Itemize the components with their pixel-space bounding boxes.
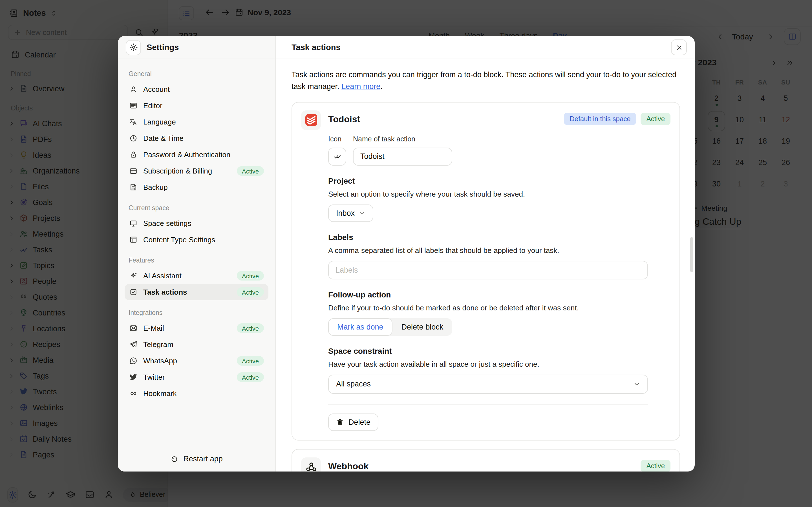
settings-nav-item-date-time[interactable]: Date & Time [124, 130, 268, 147]
creditcard-icon [129, 167, 138, 175]
nav-item-label: AI Assistant [143, 272, 182, 280]
active-badge: Active [237, 166, 264, 176]
checkbox-icon [129, 288, 138, 296]
nav-item-label: Task actions [143, 288, 187, 296]
settings-nav-item-whatsapp[interactable]: WhatsAppActive [124, 353, 268, 369]
space-description: Have your task action available in all s… [328, 360, 648, 368]
project-description: Select an option to specify where your t… [328, 189, 648, 198]
active-badge: Active [237, 287, 264, 297]
section-label: Features [129, 257, 264, 264]
todoist-logo [301, 110, 321, 130]
section-label: General [129, 70, 264, 77]
close-icon [675, 44, 682, 51]
delete-button[interactable]: Delete [328, 413, 378, 431]
nav-item-label: Account [143, 85, 170, 94]
followup-description: Define if your to-do should be marked as… [328, 303, 648, 312]
settings-content: Task actions Task actions are commands y… [276, 36, 695, 471]
settings-gear-icon [126, 40, 141, 55]
learn-more-link[interactable]: Learn more [342, 82, 380, 91]
sparkle-icon [129, 272, 138, 280]
labels-heading: Labels [328, 232, 648, 241]
settings-nav-item-telegram[interactable]: Telegram [124, 336, 268, 353]
close-button[interactable] [671, 40, 687, 55]
followup-segmented-control: Mark as done Delete block [328, 318, 452, 335]
task-action-card-todoist: Todoist Default in this space Active Ico… [292, 102, 680, 440]
page-description: Task actions are commands you can trigge… [292, 69, 680, 93]
settings-modal: Settings GeneralAccountEditorLanguageDat… [118, 36, 695, 471]
name-input[interactable] [353, 147, 452, 165]
nav-item-label: E-Mail [143, 324, 164, 332]
settings-nav-item-twitter[interactable]: TwitterActive [124, 369, 268, 385]
space-heading: Space constraint [328, 346, 648, 355]
project-select[interactable]: Inbox [328, 204, 373, 222]
settings-nav-item-space-settings[interactable]: Space settings [124, 215, 268, 231]
labels-input[interactable] [328, 261, 648, 279]
settings-nav-item-password-authentication[interactable]: Password & Authentication [124, 147, 268, 163]
webhook-icon [301, 457, 321, 471]
section-label: Current space [129, 205, 264, 211]
nav-item-label: Password & Authentication [143, 151, 231, 159]
active-badge: Active [237, 323, 264, 333]
double-check-icon [333, 152, 342, 161]
restart-icon [170, 455, 178, 463]
card-title: Todoist [328, 114, 360, 124]
translate-icon [129, 118, 138, 126]
settings-nav-item-subscription-billing[interactable]: Subscription & BillingActive [124, 163, 268, 179]
chevron-down-icon [633, 381, 640, 387]
default-badge: Default in this space [564, 112, 637, 125]
settings-nav-item-content-type-settings[interactable]: Content Type Settings [124, 231, 268, 248]
section-label: Integrations [129, 309, 264, 316]
nav-item-label: Subscription & Billing [143, 167, 212, 175]
status-badge: Active [641, 459, 670, 471]
active-badge: Active [237, 372, 264, 382]
trash-icon [336, 418, 344, 426]
restart-app-button[interactable]: Restart app [118, 455, 275, 463]
space-select[interactable]: All spaces [328, 374, 648, 393]
labels-description: A comma-separated list of all labels tha… [328, 246, 648, 255]
person-icon [129, 85, 138, 94]
settings-nav-item-e-mail[interactable]: E-MailActive [124, 320, 268, 336]
infinity-icon [129, 389, 138, 398]
nav-item-label: WhatsApp [143, 356, 177, 365]
settings-nav-item-backup[interactable]: Backup [124, 179, 268, 195]
settings-nav-item-task-actions[interactable]: Task actionsActive [124, 284, 268, 300]
tableicon-icon [129, 235, 138, 244]
settings-nav: Settings GeneralAccountEditorLanguageDat… [118, 36, 276, 471]
settings-nav-item-hookmark[interactable]: Hookmark [124, 385, 268, 402]
active-badge: Active [237, 356, 264, 365]
project-heading: Project [328, 176, 648, 185]
cardlines-icon [129, 101, 138, 110]
icon-picker-button[interactable] [328, 147, 346, 165]
divider [328, 404, 648, 405]
settings-nav-item-ai-assistant[interactable]: AI AssistantActive [124, 268, 268, 284]
settings-header: Settings [118, 36, 275, 59]
page-title: Task actions [292, 43, 341, 52]
settings-nav-item-language[interactable]: Language [124, 114, 268, 130]
settings-nav-item-editor[interactable]: Editor [124, 98, 268, 114]
save-icon [129, 183, 138, 191]
settings-nav-item-account[interactable]: Account [124, 81, 268, 98]
mail-icon [129, 324, 138, 332]
icon-field-label: Icon [328, 135, 346, 143]
nav-item-label: Editor [143, 101, 162, 110]
active-badge: Active [237, 271, 264, 281]
clock-icon [129, 134, 138, 143]
chevron-down-icon [359, 210, 365, 216]
card-title: Webhook [328, 461, 368, 471]
delete-block-option[interactable]: Delete block [393, 318, 453, 335]
nav-item-label: Date & Time [143, 134, 184, 143]
name-field-label: Name of task action [353, 135, 452, 143]
status-badge: Active [641, 112, 670, 125]
monitor-icon [129, 219, 138, 228]
lock-icon [129, 151, 138, 159]
settings-title: Settings [147, 43, 179, 52]
nav-item-label: Backup [143, 183, 168, 191]
nav-item-label: Telegram [143, 340, 173, 349]
scrollbar-thumb[interactable] [690, 237, 693, 272]
mark-as-done-option[interactable]: Mark as done [328, 318, 393, 335]
bird-icon [129, 373, 138, 381]
nav-item-label: Twitter [143, 373, 165, 381]
nav-item-label: Hookmark [143, 389, 177, 398]
nav-item-label: Language [143, 118, 176, 126]
nav-item-label: Space settings [143, 219, 192, 228]
